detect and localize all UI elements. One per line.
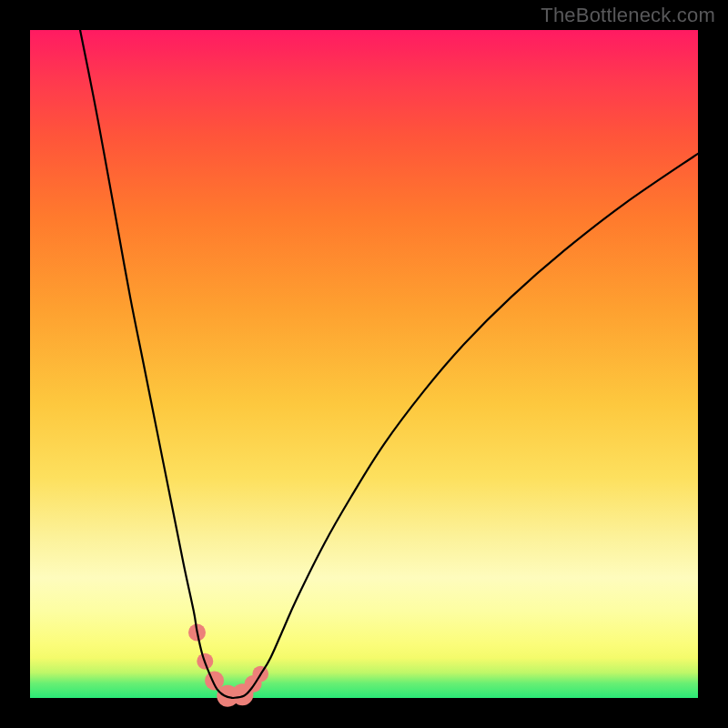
curve-svg <box>30 30 698 698</box>
watermark-text: TheBottleneck.com <box>541 4 715 27</box>
curve-right-branch <box>232 154 698 698</box>
chart-frame: TheBottleneck.com <box>0 0 728 728</box>
curve-left-branch <box>80 30 232 698</box>
plot-area <box>30 30 698 698</box>
highlight-marker <box>205 671 224 690</box>
marker-group <box>188 624 268 707</box>
